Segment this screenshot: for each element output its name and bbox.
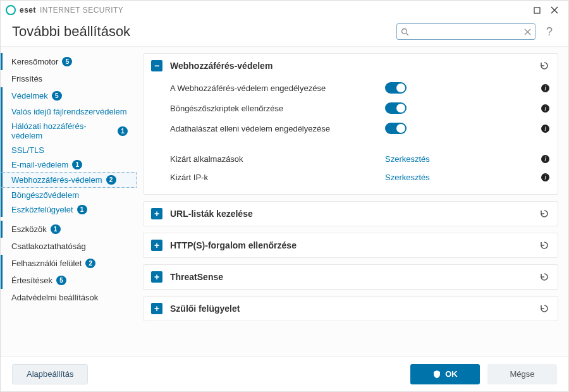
info-icon[interactable]: i bbox=[541, 173, 550, 182]
panel-header[interactable]: + URL-listák kezelése bbox=[144, 202, 558, 226]
toggle-anti-phishing[interactable] bbox=[385, 123, 407, 134]
revert-button[interactable] bbox=[539, 60, 550, 71]
setting-row-browser-scripts: Böngészőszkriptek ellenőrzése i bbox=[170, 98, 550, 118]
setting-row-enable-web-access: A Webhozzáférés-védelem engedélyezése i bbox=[170, 78, 550, 98]
sidebar-item-email-protection[interactable]: E-mail-védelem 1 bbox=[1, 157, 137, 172]
sidebar-item-ui[interactable]: Felhasználói felület 2 bbox=[1, 255, 137, 272]
setting-label: Böngészőszkriptek ellenőrzése bbox=[170, 104, 385, 113]
count-badge: 1 bbox=[51, 224, 61, 234]
sidebar-item-label: Felhasználói felület bbox=[11, 259, 82, 268]
sidebar-item-label: Védelmek bbox=[11, 91, 48, 101]
panel-title: Szülői felügyelet bbox=[170, 303, 531, 314]
edit-link-excluded-apps[interactable]: Szerkesztés bbox=[385, 154, 430, 164]
sidebar-item-label: Frissítés bbox=[11, 74, 42, 83]
app-logo: eset INTERNET SECURITY bbox=[6, 5, 123, 15]
sidebar-item-ssl-tls[interactable]: SSL/TLS bbox=[1, 143, 137, 157]
panel-header[interactable]: − Webhozzáférés-védelem bbox=[144, 54, 558, 78]
sidebar-item-detection-engine[interactable]: Keresőmotor 5 bbox=[1, 53, 137, 70]
expand-icon: + bbox=[151, 271, 162, 283]
search-input[interactable] bbox=[413, 27, 520, 37]
shield-icon bbox=[432, 370, 441, 379]
sidebar-item-update[interactable]: Frissítés bbox=[1, 70, 137, 87]
setting-row-excluded-apps: Kizárt alkalmazások Szerkesztés i bbox=[170, 150, 550, 168]
panel-header[interactable]: + Szülői felügyelet bbox=[144, 297, 558, 321]
revert-button[interactable] bbox=[539, 271, 550, 283]
expand-icon: + bbox=[151, 240, 162, 251]
info-icon[interactable]: i bbox=[541, 104, 550, 113]
sidebar-item-connectivity[interactable]: Csatlakoztathatóság bbox=[1, 238, 137, 255]
eset-logo-icon bbox=[6, 5, 16, 15]
setting-label: Adathalászat elleni védelem engedélyezés… bbox=[170, 124, 385, 133]
sidebar-item-label: Eszközök bbox=[11, 224, 47, 234]
page-title: További beállítások bbox=[12, 23, 130, 40]
panel-title: URL-listák kezelése bbox=[170, 209, 531, 219]
brand-name: eset bbox=[20, 6, 36, 15]
expand-icon: + bbox=[151, 208, 162, 219]
sidebar-item-label: Böngészővédelem bbox=[11, 190, 79, 200]
product-name: INTERNET SECURITY bbox=[40, 6, 123, 15]
sidebar-item-label: SSL/TLS bbox=[11, 145, 44, 155]
search-box[interactable] bbox=[396, 23, 535, 40]
close-icon bbox=[551, 6, 558, 14]
sidebar-item-network-access[interactable]: Hálózati hozzáférés-védelem 1 bbox=[1, 119, 137, 143]
info-icon[interactable]: i bbox=[541, 154, 550, 164]
sidebar-item-privacy[interactable]: Adatvédelmi beállítások bbox=[1, 289, 137, 306]
button-label: OK bbox=[445, 369, 458, 379]
toggle-browser-scripts[interactable] bbox=[385, 102, 407, 114]
header: További beállítások ? bbox=[1, 20, 568, 47]
sidebar-item-label: E-mail-védelem bbox=[11, 160, 68, 169]
sidebar-item-protections[interactable]: Védelmek 5 bbox=[1, 87, 137, 104]
revert-button[interactable] bbox=[539, 303, 550, 314]
panel-threatsense: + ThreatSense bbox=[143, 264, 558, 290]
sidebar-item-label: Keresőmotor bbox=[11, 57, 58, 66]
window-maximize-button[interactable] bbox=[528, 1, 546, 19]
setting-label: Kizárt IP-k bbox=[170, 173, 385, 182]
panel-https-traffic: + HTTP(S)-forgalom ellenőrzése bbox=[143, 233, 558, 258]
content-area: − Webhozzáférés-védelem A Webhozzáférés-… bbox=[137, 47, 568, 356]
help-button[interactable]: ? bbox=[542, 25, 557, 39]
toggle-enable-web-access[interactable] bbox=[385, 82, 407, 94]
sidebar-item-browser-protection[interactable]: Böngészővédelem bbox=[1, 188, 137, 202]
window-close-button[interactable] bbox=[546, 1, 563, 19]
sidebar-item-label: Értesítések bbox=[11, 276, 52, 285]
expand-icon: + bbox=[151, 303, 162, 314]
default-settings-button[interactable]: Alapbeállítás bbox=[12, 364, 88, 384]
sidebar-item-label: Adatvédelmi beállítások bbox=[11, 293, 98, 302]
edit-link-excluded-ips[interactable]: Szerkesztés bbox=[385, 173, 430, 182]
revert-button[interactable] bbox=[539, 208, 550, 219]
footer: Alapbeállítás OK Mégse bbox=[1, 356, 568, 391]
panel-header[interactable]: + HTTP(S)-forgalom ellenőrzése bbox=[144, 233, 558, 257]
revert-button[interactable] bbox=[539, 240, 550, 251]
button-label: Alapbeállítás bbox=[27, 369, 73, 379]
collapse-icon: − bbox=[151, 60, 162, 71]
sidebar-item-realtime-fs[interactable]: Valós idejű fájlrendszervédelem bbox=[1, 104, 137, 119]
count-badge: 2 bbox=[106, 175, 116, 185]
sidebar-item-device-control[interactable]: Eszközfelügyelet 1 bbox=[1, 202, 137, 217]
panel-title: HTTP(S)-forgalom ellenőrzése bbox=[170, 240, 531, 250]
info-icon[interactable]: i bbox=[541, 83, 550, 93]
svg-point-0 bbox=[6, 6, 15, 15]
square-icon bbox=[534, 7, 541, 14]
setting-row-anti-phishing: Adathalászat elleni védelem engedélyezés… bbox=[170, 118, 550, 138]
info-icon[interactable]: i bbox=[541, 124, 550, 133]
count-badge: 5 bbox=[56, 276, 66, 285]
panel-header[interactable]: + ThreatSense bbox=[144, 265, 558, 289]
sidebar-item-label: Valós idejű fájlrendszervédelem bbox=[11, 107, 127, 116]
ok-button[interactable]: OK bbox=[410, 364, 480, 384]
sidebar-item-web-access[interactable]: Webhozzáférés-védelem 2 bbox=[1, 172, 137, 188]
clear-search-button[interactable] bbox=[524, 28, 531, 35]
sidebar-item-label: Csatlakoztathatóság bbox=[11, 242, 86, 251]
sidebar-item-tools[interactable]: Eszközök 1 bbox=[1, 221, 137, 238]
sidebar-item-notifications[interactable]: Értesítések 5 bbox=[1, 272, 137, 289]
sidebar-item-label: Eszközfelügyelet bbox=[11, 205, 73, 214]
setting-row-excluded-ips: Kizárt IP-k Szerkesztés i bbox=[170, 168, 550, 187]
count-badge: 5 bbox=[52, 91, 62, 101]
count-badge: 1 bbox=[72, 160, 82, 169]
svg-point-2 bbox=[402, 28, 407, 34]
panel-title: ThreatSense bbox=[170, 272, 531, 282]
count-badge: 5 bbox=[62, 57, 72, 66]
svg-rect-1 bbox=[534, 8, 540, 13]
cancel-button[interactable]: Mégse bbox=[487, 364, 557, 384]
panel-title: Webhozzáférés-védelem bbox=[170, 61, 531, 71]
sidebar-item-label: Webhozzáférés-védelem bbox=[11, 175, 102, 185]
